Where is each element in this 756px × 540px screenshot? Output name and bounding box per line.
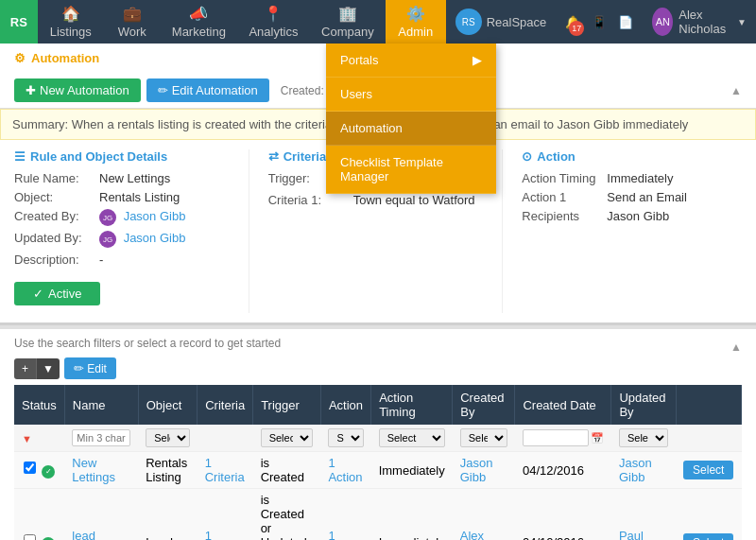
created-by-avatar: JG (99, 209, 116, 226)
add-split-button: + ▼ (14, 358, 60, 379)
marketing-icon: 📣 (189, 5, 208, 23)
rule-section-header: ☰ Rule and Object Details (14, 149, 234, 164)
row2-select-button[interactable]: Select (683, 533, 733, 541)
action-timing-row: Action Timing Immediately (522, 171, 742, 185)
row1-criteria: 1 Criteria (198, 452, 253, 489)
work-icon: 💼 (123, 5, 142, 23)
top-navigation: RS 🏠 Listings 💼 Work 📣 Marketing 📍 Analy… (0, 0, 756, 44)
row1-created-by: Jason Gibb (453, 452, 515, 489)
nav-admin[interactable]: ⚙️ Admin (386, 0, 446, 44)
action-section-header: ⊙ Action (522, 149, 742, 164)
row2-created-by: Alex Nicholas (453, 489, 515, 541)
col-created-by: Created By (453, 385, 515, 425)
menu-portals[interactable]: Portals ▶ (326, 44, 496, 78)
collapse-top-icon[interactable]: ▲ (730, 84, 742, 97)
action1-row: Action 1 Send an Email (522, 190, 742, 204)
nav-analytics[interactable]: 📍 Analytics (237, 0, 310, 44)
filter-chevron-icon[interactable]: ▼ (22, 433, 32, 444)
recipients-row: Recipients Jason Gibb (522, 209, 742, 223)
col-name: Name (64, 385, 138, 425)
mobile-icon[interactable]: 📱 (592, 15, 607, 29)
filter-name-input[interactable] (72, 429, 130, 446)
criteria-icon: ⇄ (268, 149, 279, 164)
filter-status: ▼ (14, 425, 64, 452)
row1-checkbox[interactable] (24, 462, 36, 474)
filter-date-input[interactable] (523, 429, 589, 446)
filter-name-cell (64, 425, 138, 452)
row1-action: 1 Action (320, 452, 370, 489)
automation-table: Status Name Object Criteria Trigger Acti… (14, 385, 742, 540)
updated-by-avatar: JG (99, 231, 116, 248)
menu-users[interactable]: Users (326, 78, 496, 112)
filter-updated-by-select[interactable]: Select (619, 428, 668, 447)
nav-listings[interactable]: 🏠 Listings (38, 0, 104, 44)
row2-status: ✓ (14, 489, 64, 541)
company-icon: 🏢 (338, 5, 357, 23)
menu-automation[interactable]: Automation (326, 112, 496, 146)
filter-action-select[interactable]: Select (328, 428, 363, 447)
table-header-row: Status Name Object Criteria Trigger Acti… (14, 385, 742, 425)
row1-select-button[interactable]: Select (683, 461, 733, 479)
edit-automation-button[interactable]: ✏ Edit Automation (146, 78, 269, 102)
row1-select-cell: Select (676, 452, 741, 489)
filter-date-cell: 📅 (515, 425, 611, 452)
filter-select-cell (676, 425, 741, 452)
check-icon: ✓ (33, 287, 43, 301)
document-icon[interactable]: 📄 (618, 15, 633, 29)
data-table-wrapper: Status Name Object Criteria Trigger Acti… (14, 385, 742, 540)
filter-trigger-select[interactable]: Select (261, 428, 314, 447)
col-object: Object (138, 385, 198, 425)
row2-action: 1 Action (320, 489, 370, 541)
rule-icon: ☰ (14, 149, 26, 164)
brand-logo[interactable]: RS RealSpace (446, 9, 557, 35)
col-criteria: Criteria (198, 385, 253, 425)
nav-company[interactable]: 🏢 Company (310, 0, 386, 44)
action-details: ⊙ Action Action Timing Immediately Actio… (503, 149, 742, 313)
collapse-bottom-icon[interactable]: ▲ (730, 340, 742, 354)
edit-icon: ✏ (158, 83, 168, 97)
rule-object-details: ☰ Rule and Object Details Rule Name: New… (14, 149, 249, 313)
nav-marketing[interactable]: 📣 Marketing (161, 0, 237, 44)
filter-row: ▼ Select Select (14, 425, 742, 452)
description-row: Description: - (14, 253, 234, 267)
created-by-row: Created By: JG Jason Gibb (14, 209, 234, 226)
filter-trigger-cell: Select (253, 425, 321, 452)
app-logo[interactable]: RS (0, 0, 38, 44)
analytics-icon: 📍 (264, 5, 283, 23)
rule-name-row: Rule Name: New Lettings (14, 171, 234, 185)
row2-select-cell: Select (676, 489, 741, 541)
user-profile[interactable]: AN Alex Nicholas ▼ (643, 8, 756, 36)
col-trigger: Trigger (253, 385, 321, 425)
row2-timing: Immediately (371, 489, 453, 541)
lower-section: Use the search filters or select a recor… (0, 325, 756, 540)
filter-timing-select[interactable]: Select (379, 428, 445, 447)
row1-timing: Immediately (371, 452, 453, 489)
new-automation-button[interactable]: ✚ New Automation (14, 78, 141, 102)
col-action-timing: Action Timing (371, 385, 453, 425)
nav-icons: 🔔 17 📱 📄 (556, 15, 643, 29)
arrow-right-icon: ▶ (472, 53, 482, 67)
listings-icon: 🏠 (61, 5, 80, 23)
filter-created-by-select[interactable]: Select (460, 428, 507, 447)
filter-object-select[interactable]: Select (146, 428, 190, 447)
status-wrapper: ✓ Active (14, 274, 234, 313)
col-status: Status (14, 385, 64, 425)
user-avatar: AN (652, 8, 673, 36)
row1-name: New Lettings (64, 452, 138, 489)
notification-wrapper[interactable]: 🔔 17 (565, 15, 580, 29)
filter-action-cell: Select (320, 425, 370, 452)
add-button[interactable]: + (14, 358, 36, 379)
nav-right-section: RS RealSpace 🔔 17 📱 📄 AN Alex Nicholas ▼ (446, 0, 756, 44)
nav-work[interactable]: 💼 Work (104, 0, 161, 44)
menu-checklist[interactable]: Checklist Template Manager (326, 146, 496, 194)
add-dropdown-button[interactable]: ▼ (36, 358, 60, 379)
row2-object: Lead (138, 489, 198, 541)
brand-circle: RS (455, 9, 482, 35)
user-chevron-icon: ▼ (737, 17, 747, 27)
col-updated-by: Updated By (611, 385, 676, 425)
criteria1-row: Criteria 1: Town equal to Watford (268, 193, 489, 207)
edit-button[interactable]: ✏ Edit (64, 357, 116, 379)
calendar-icon[interactable]: 📅 (591, 432, 604, 444)
row2-checkbox[interactable] (24, 534, 36, 540)
row2-updated-by: Paul McCamb (611, 489, 676, 541)
